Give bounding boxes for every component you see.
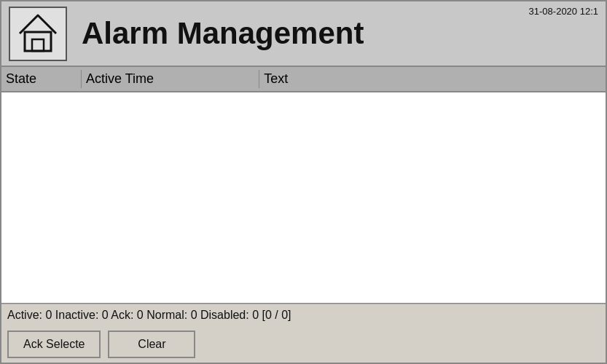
- home-button[interactable]: [9, 7, 67, 61]
- header: Alarm Management 31-08-2020 12:1: [1, 1, 606, 67]
- column-header-state: State: [1, 70, 82, 88]
- status-bar: Active: 0 Inactive: 0 Ack: 0 Normal: 0 D…: [1, 304, 606, 326]
- table-header: State Active Time Text: [1, 67, 606, 92]
- column-header-active-time: Active Time: [82, 70, 259, 88]
- page-title: Alarm Management: [82, 16, 598, 51]
- status-text: Active: 0 Inactive: 0 Ack: 0 Normal: 0 D…: [7, 309, 291, 321]
- footer-buttons: Ack Selecte Clear: [1, 326, 606, 363]
- datetime-display: 31-08-2020 12:1: [529, 6, 598, 17]
- ack-select-button[interactable]: Ack Selecte: [7, 331, 101, 358]
- app-container: Alarm Management 31-08-2020 12:1 State A…: [0, 0, 607, 364]
- alarm-table-body: [1, 92, 606, 304]
- home-icon: [16, 12, 60, 55]
- column-header-text: Text: [259, 70, 606, 88]
- svg-rect-0: [25, 32, 51, 51]
- clear-button[interactable]: Clear: [108, 331, 195, 358]
- svg-rect-1: [32, 39, 44, 51]
